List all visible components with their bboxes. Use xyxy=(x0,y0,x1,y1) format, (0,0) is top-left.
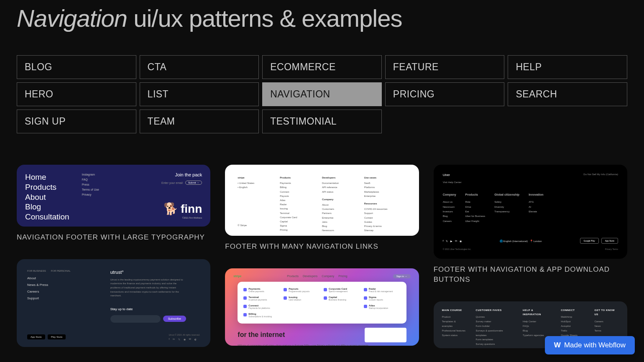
utrust-tabs: FOR BUSINESS FOR PERSONAL xyxy=(27,270,71,272)
list-item: Sitemap xyxy=(364,228,406,232)
nav-pricing: Pricing xyxy=(338,275,347,278)
list-item: About xyxy=(322,203,364,207)
filter-pricing[interactable]: PRICING xyxy=(385,82,505,106)
list-item: Eat xyxy=(465,209,486,214)
filter-cta[interactable]: CTA xyxy=(140,55,259,79)
stripe-products-head: Products xyxy=(280,176,322,180)
uber-global-head: Global citizenship xyxy=(494,192,519,197)
finn-logo: 🐕 finn xyxy=(164,202,202,216)
list-item: Blog xyxy=(322,224,364,228)
stripe-dev-head: Developers xyxy=(322,176,364,180)
list-item: Privacy & terms xyxy=(364,224,406,228)
utrust-subscribe-button: Subscribe xyxy=(163,316,186,322)
list-item: Survey maker xyxy=(476,319,514,324)
menu-item: CapitalBusiness financing xyxy=(324,296,360,301)
card-uber[interactable]: Uber Do Not Sell My Info (California) Vi… xyxy=(434,165,627,285)
card-utrust[interactable]: FOR BUSINESS FOR PERSONAL About News & P… xyxy=(17,259,210,347)
list-item: Enterprise xyxy=(364,194,406,198)
list-item: ATG xyxy=(529,200,543,204)
finn-signup-row: Enter your email Submit → xyxy=(161,181,202,185)
utrust-tab-personal: FOR PERSONAL xyxy=(51,270,71,272)
list-item: Newsroom xyxy=(443,205,456,209)
uber-help-center: Visit Help Center xyxy=(443,181,618,184)
list-item: Enterprise xyxy=(322,216,364,220)
stripe-products-col: Products Payments Billing Connect Payout… xyxy=(280,176,322,225)
card-label-finn: NAVIGATION FOOTER WITH LARGE TYPOGRAPHY xyxy=(17,232,210,242)
stripe-nav-links: Products Developers Company Pricing xyxy=(287,275,347,278)
list-item: Autopilot xyxy=(561,324,585,329)
finn-links: Instagram FAQ Press Terms of Use Privacy xyxy=(82,172,99,219)
uber-bottom-row: f 𝕏 ▶ in ◉ 🌐 English (International) 📍 L… xyxy=(443,238,618,244)
filter-list[interactable]: LIST xyxy=(140,82,259,106)
product-icon xyxy=(364,305,367,308)
product-icon xyxy=(364,288,367,291)
card-grid: Home Products About Blog Consultation In… xyxy=(17,165,627,348)
product-icon xyxy=(324,288,327,291)
uber-company-col: Company About us Newsroom Investors Blog… xyxy=(443,192,456,224)
list-item: API reference xyxy=(322,185,364,189)
filter-signup[interactable]: SIGN UP xyxy=(17,110,136,133)
filter-blog[interactable]: BLOG xyxy=(17,55,136,79)
uber-products-col: Products Ride Drive Eat Uber for Busines… xyxy=(465,192,486,224)
filter-navigation[interactable]: NAVIGATION xyxy=(262,82,382,106)
stripe-nav-brand: stripe xyxy=(233,275,241,278)
list-item: Payouts xyxy=(280,194,322,198)
instagram-icon: ◉ xyxy=(460,240,462,242)
list-item: AI xyxy=(529,205,543,209)
stripe-company-head: Company xyxy=(322,197,364,201)
list-item: Survey questions xyxy=(476,342,514,347)
instagram-icon: ◉ xyxy=(184,338,186,341)
uber-copyright: © 2021 Uber Technologies Inc. xyxy=(443,248,471,250)
utrust-left: FOR BUSINESS FOR PERSONAL About News & P… xyxy=(27,270,71,323)
thumb-stripe-footer: stripe • United States • English © Strip… xyxy=(225,165,419,236)
list-item: Terminal xyxy=(280,211,322,215)
finn-nav-home: Home xyxy=(25,172,69,182)
filter-ecommerce[interactable]: ECOMMERCE xyxy=(262,55,382,79)
webflow-badge[interactable]: W Made with Webflow xyxy=(545,336,635,354)
menu-item: ConnectPayments for platforms xyxy=(243,304,280,309)
menu-item: PayoutsProgrammatic payouts xyxy=(284,288,320,293)
filter-team[interactable]: TEAM xyxy=(140,110,259,133)
menu-item: Corporate CardSpend management xyxy=(324,288,360,293)
product-icon xyxy=(364,296,367,300)
card-stripe-footer[interactable]: stripe • United States • English © Strip… xyxy=(225,165,419,252)
list-item: About us xyxy=(443,200,456,204)
list-item: Elevate xyxy=(529,209,543,214)
reddit-icon: ◐ xyxy=(194,338,197,341)
filter-help[interactable]: HELP xyxy=(508,55,627,79)
tf-customer-col: CUSTOMER FAVES Quizzes Survey maker Form… xyxy=(476,308,514,342)
list-item: Careers xyxy=(595,319,619,324)
uber-columns: Company About us Newsroom Investors Blog… xyxy=(443,192,618,224)
medium-icon: M xyxy=(189,338,191,341)
list-item: Terms xyxy=(595,329,619,333)
product-icon xyxy=(284,288,287,291)
stripe-chart-preview xyxy=(365,328,406,342)
finn-nav: Home Products About Blog Consultation xyxy=(25,172,69,219)
card-finn[interactable]: Home Products About Blog Consultation In… xyxy=(17,165,210,242)
list-item: COVID-19 resources xyxy=(364,207,406,211)
finn-nav-about: About xyxy=(25,192,69,202)
finn-link-press: Press xyxy=(82,182,99,187)
thumb-utrust: FOR BUSINESS FOR PERSONAL About News & P… xyxy=(17,259,210,347)
list-item: Transparency xyxy=(494,209,519,214)
uber-app-stores: Google Play App Store xyxy=(580,238,618,244)
finn-logo-text: finn xyxy=(181,202,202,216)
list-item: Uber Freight xyxy=(465,219,486,224)
filter-feature[interactable]: FEATURE xyxy=(385,55,505,79)
utrust-stay-title: Stay up to date xyxy=(110,307,186,311)
list-item: Help Center xyxy=(523,319,552,324)
card-stripe-nav[interactable]: stripe Products Developers Company Prici… xyxy=(225,268,419,346)
filter-hero[interactable]: HERO xyxy=(17,82,136,106)
filter-testimonial[interactable]: TESTIMONIAL xyxy=(262,110,382,133)
list-item: Templates & examples xyxy=(442,319,467,329)
finn-nav-blog: Blog xyxy=(25,202,69,212)
uber-brand: Uber xyxy=(443,173,450,177)
page-title: Navigation ui/ux patterns & examples xyxy=(17,4,627,32)
menu-item: RadarFraud & risk management xyxy=(364,288,401,293)
list-item: Surveys & questionnaire templates xyxy=(476,329,514,338)
uber-social-icons: f 𝕏 ▶ in ◉ xyxy=(443,240,462,242)
webflow-badge-text: Made with Webflow xyxy=(564,341,626,349)
list-item: Partners xyxy=(322,211,364,215)
card-column-3: Uber Do Not Sell My Info (California) Vi… xyxy=(434,165,627,348)
filter-search[interactable]: SEARCH xyxy=(508,82,627,106)
